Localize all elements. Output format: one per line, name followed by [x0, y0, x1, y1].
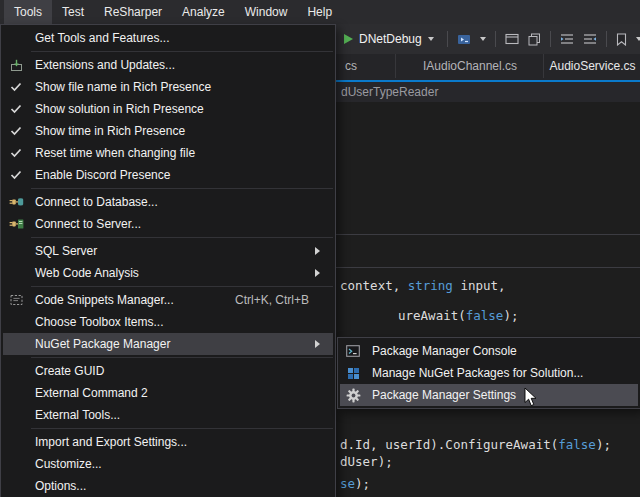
submenu-item-package-manager-settings[interactable]: Package Manager Settings	[340, 384, 638, 406]
menu-separator	[31, 51, 333, 52]
toolbar-separator	[495, 31, 496, 47]
check-icon	[3, 170, 29, 180]
bookmark-icon[interactable]	[616, 33, 627, 46]
submenu-arrow-icon	[315, 340, 320, 348]
code-line: ureAwait(false);	[398, 308, 518, 323]
menu-item-label: Enable Discord Presence	[29, 168, 333, 182]
menu-item-create-guid[interactable]: Create GUID	[3, 360, 333, 382]
check-icon	[3, 148, 29, 158]
code-keyword: false	[466, 308, 504, 323]
menu-item-connect-to-server[interactable]: Connect to Server...	[3, 213, 333, 235]
menu-item-label: Options...	[29, 479, 333, 493]
tools-menu: Get Tools and Features... Extensions and…	[0, 24, 336, 497]
dropdown-caret-icon[interactable]	[480, 37, 486, 41]
tab-iaudiochannel[interactable]: IAudioChannel.cs	[395, 54, 544, 78]
code-text: );	[503, 308, 518, 323]
menu-item-show-solution[interactable]: Show solution in Rich Presence	[3, 98, 333, 120]
gear-icon	[340, 388, 366, 403]
tab-audioservice[interactable]: AudioService.cs	[543, 54, 640, 78]
nuget-package-manager-submenu: Package Manager Console Manage NuGet Pac…	[337, 337, 640, 409]
menubar-item-window[interactable]: Window	[235, 0, 298, 24]
menubar-item-tools[interactable]: Tools	[4, 0, 52, 24]
menu-item-get-tools-and-features[interactable]: Get Tools and Features...	[3, 27, 333, 49]
tab-partial[interactable]: cs	[337, 54, 402, 78]
code-text: );	[355, 476, 370, 491]
code-line: dUser);	[340, 454, 393, 469]
check-icon	[3, 104, 29, 114]
menu-item-label: SQL Server	[29, 244, 315, 258]
menu-item-sql-server[interactable]: SQL Server	[3, 240, 333, 262]
attach-debugger-icon[interactable]	[457, 33, 471, 46]
menu-item-import-export-settings[interactable]: Import and Export Settings...	[3, 431, 333, 453]
menu-item-label: Show file name in Rich Presence	[29, 80, 333, 94]
menu-item-label: Show solution in Rich Presence	[29, 102, 333, 116]
copy-icon[interactable]	[528, 33, 541, 46]
menubar-item-resharper[interactable]: ReSharper	[94, 0, 172, 24]
menu-item-label: Package Manager Settings	[366, 388, 638, 402]
menu-item-label: External Tools...	[29, 408, 333, 422]
menu-item-external-tools[interactable]: External Tools...	[3, 404, 333, 426]
menu-separator	[31, 188, 333, 189]
manage-packages-icon	[340, 367, 366, 380]
menu-item-label: Reset time when changing file	[29, 146, 333, 160]
menu-item-label: Import and Export Settings...	[29, 435, 333, 449]
menubar-item-help[interactable]: Help	[297, 0, 342, 24]
menu-item-nuget-package-manager[interactable]: NuGet Package Manager	[3, 333, 333, 355]
menu-item-label: Show time in Rich Presence	[29, 124, 333, 138]
outdent-icon[interactable]	[583, 33, 597, 45]
database-plug-icon	[3, 196, 29, 208]
menu-item-label: Customize...	[29, 457, 333, 471]
code-line: context, string input,	[340, 278, 506, 293]
menu-item-label: External Command 2	[29, 386, 333, 400]
menu-item-label: Extensions and Updates...	[29, 58, 333, 72]
code-line: se);	[340, 476, 370, 491]
menu-item-show-file-name[interactable]: Show file name in Rich Presence	[3, 76, 333, 98]
menu-item-choose-toolbox-items[interactable]: Choose Toolbox Items...	[3, 311, 333, 333]
submenu-arrow-icon	[315, 247, 320, 255]
code-keyword: se	[340, 476, 355, 491]
menu-item-label: Create GUID	[29, 364, 333, 378]
menu-separator	[31, 237, 333, 238]
menubar-item-analyze[interactable]: Analyze	[172, 0, 235, 24]
code-text: );	[596, 437, 611, 452]
dropdown-caret-icon	[428, 37, 434, 41]
submenu-item-package-manager-console[interactable]: Package Manager Console	[340, 340, 638, 362]
menu-item-connect-to-database[interactable]: Connect to Database...	[3, 191, 333, 213]
menu-item-label: Manage NuGet Packages for Solution...	[366, 366, 638, 380]
extensions-icon	[3, 59, 29, 72]
menu-item-web-code-analysis[interactable]: Web Code Analysis	[3, 262, 333, 284]
menu-item-options[interactable]: Options...	[3, 475, 333, 497]
menu-item-label: Web Code Analysis	[29, 266, 315, 280]
toolbar-separator	[447, 31, 448, 47]
menu-item-enable-discord-presence[interactable]: Enable Discord Presence	[3, 164, 333, 186]
code-keyword: false	[558, 437, 596, 452]
run-config-label: DNetDebug	[359, 32, 422, 46]
code-line: d.Id, userId).ConfigureAwait(false);	[340, 437, 611, 452]
submenu-item-manage-nuget-packages[interactable]: Manage NuGet Packages for Solution...	[340, 362, 638, 384]
console-icon	[340, 345, 366, 357]
menu-item-label: Code Snippets Manager...	[29, 293, 235, 307]
toolbar-overflow-icon[interactable]	[636, 37, 640, 41]
menu-item-customize[interactable]: Customize...	[3, 453, 333, 475]
vs-window: Tools Test ReSharper Analyze Window Help…	[0, 0, 640, 497]
start-debug-button[interactable]: DNetDebug	[340, 30, 438, 48]
menu-item-show-time[interactable]: Show time in Rich Presence	[3, 120, 333, 142]
window-icon[interactable]	[505, 33, 519, 45]
menu-separator	[31, 357, 333, 358]
code-keyword: string	[408, 278, 453, 293]
navigation-bar-dropdown[interactable]: dUserTypeReader	[341, 82, 438, 102]
menubar-item-test[interactable]: Test	[52, 0, 94, 24]
menu-item-label: Connect to Server...	[29, 217, 333, 231]
menu-item-code-snippets-manager[interactable]: Code Snippets Manager... Ctrl+K, Ctrl+B	[3, 289, 333, 311]
menu-item-label: NuGet Package Manager	[29, 337, 315, 351]
menu-item-reset-time[interactable]: Reset time when changing file	[3, 142, 333, 164]
menu-item-extensions-and-updates[interactable]: Extensions and Updates...	[3, 54, 333, 76]
check-icon	[3, 126, 29, 136]
code-text: input,	[453, 278, 506, 293]
check-icon	[3, 82, 29, 92]
menu-item-external-command-2[interactable]: External Command 2	[3, 382, 333, 404]
code-text: context,	[340, 278, 408, 293]
menu-item-label: Get Tools and Features...	[29, 31, 333, 45]
indent-icon[interactable]	[560, 33, 574, 45]
snippets-icon	[3, 294, 29, 306]
